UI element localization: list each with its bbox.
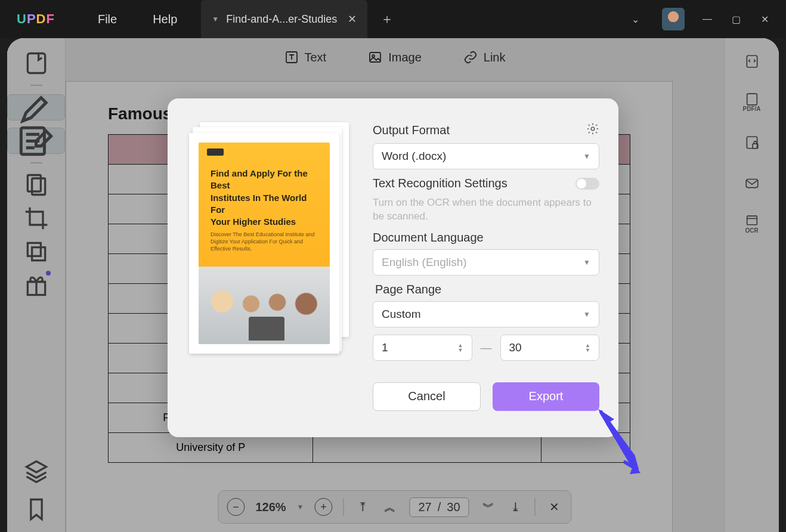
export-modal: Find and Apply For the BestInstitutes In… bbox=[168, 98, 618, 437]
step-down-icon[interactable]: ▼ bbox=[458, 348, 463, 352]
document-tab[interactable]: ▼ Find-and-A...er-Studies ✕ bbox=[201, 0, 367, 38]
new-tab-button[interactable]: ＋ bbox=[376, 8, 398, 30]
export-button[interactable]: Export bbox=[493, 382, 599, 411]
range-from-input[interactable]: 1▲▼ bbox=[373, 335, 472, 361]
range-to-input[interactable]: 30▲▼ bbox=[500, 335, 600, 361]
output-format-label: Output Format bbox=[373, 123, 450, 137]
page-range-select[interactable]: Custom▼ bbox=[373, 301, 599, 327]
output-format-select[interactable]: Word (.docx)▼ bbox=[373, 143, 599, 169]
range-dash: — bbox=[481, 341, 492, 354]
cancel-button[interactable]: Cancel bbox=[373, 382, 481, 411]
tab-close-icon[interactable]: ✕ bbox=[348, 13, 357, 26]
page-range-label: Page Range bbox=[375, 283, 441, 296]
ocr-label: Text Recognition Settings bbox=[373, 177, 508, 190]
chevron-down-icon: ▼ bbox=[583, 152, 590, 160]
tab-dropdown-icon[interactable]: ▼ bbox=[212, 15, 219, 23]
titlebar: UPDF File Help ▼ Find-and-A...er-Studies… bbox=[0, 0, 786, 38]
chevron-down-icon: ▼ bbox=[583, 258, 590, 267]
menu-help[interactable]: Help bbox=[153, 13, 177, 26]
window-minimize-icon[interactable]: — bbox=[701, 14, 713, 24]
language-label: Document Language bbox=[373, 231, 484, 245]
window-maximize-icon[interactable]: ▢ bbox=[730, 14, 742, 25]
chevron-down-icon[interactable]: ⌄ bbox=[632, 14, 639, 25]
language-select[interactable]: English (English)▼ bbox=[373, 249, 599, 276]
tab-title: Find-and-A...er-Studies bbox=[226, 13, 337, 26]
ocr-hint: Turn on the OCR when the document appear… bbox=[373, 196, 599, 224]
chevron-down-icon: ▼ bbox=[583, 310, 590, 318]
step-down-icon[interactable]: ▼ bbox=[585, 348, 590, 352]
svg-point-16 bbox=[591, 127, 595, 131]
gear-icon[interactable] bbox=[586, 122, 599, 138]
window-close-icon[interactable]: ✕ bbox=[759, 14, 770, 25]
menu-file[interactable]: File bbox=[98, 13, 117, 26]
document-preview: Find and Apply For the BestInstitutes In… bbox=[189, 122, 356, 420]
ocr-toggle[interactable] bbox=[575, 178, 599, 190]
app-logo: UPDF bbox=[17, 11, 55, 27]
user-avatar[interactable] bbox=[662, 8, 685, 30]
